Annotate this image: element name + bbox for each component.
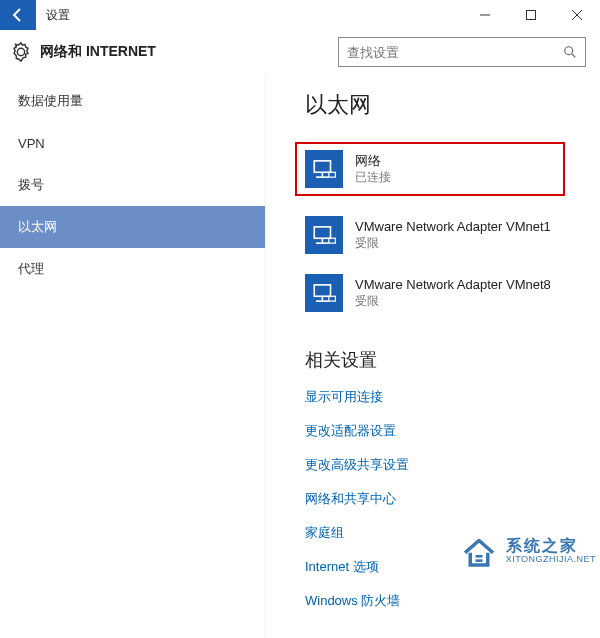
minimize-icon [480,10,490,20]
related-links: 显示可用连接 更改适配器设置 更改高级共享设置 网络和共享中心 家庭组 Inte… [305,388,600,610]
minimize-button[interactable] [462,0,508,30]
svg-rect-6 [314,161,330,172]
header: 网络和 INTERNET [0,30,600,74]
sidebar-item-proxy[interactable]: 代理 [0,248,265,290]
connection-list: 网络 已连接 VMware Network Adapter VMnet1 受限 [305,142,600,312]
gear-icon [10,41,32,63]
connection-item-network[interactable]: 网络 已连接 [295,142,565,196]
search-box[interactable] [338,37,586,67]
connection-status: 受限 [355,236,551,252]
maximize-button[interactable] [508,0,554,30]
watermark: 系统之家 XITONGZHIJIA.NET [458,530,596,572]
svg-line-5 [572,54,576,58]
close-icon [572,10,582,20]
watermark-title: 系统之家 [506,537,596,555]
back-arrow-icon [10,7,26,23]
connection-item-vmnet1[interactable]: VMware Network Adapter VMnet1 受限 [305,216,555,254]
watermark-url: XITONGZHIJIA.NET [506,555,596,565]
sidebar-item-data-usage[interactable]: 数据使用量 [0,80,265,122]
sidebar-item-label: 代理 [18,260,44,278]
maximize-icon [526,10,536,20]
svg-rect-1 [527,11,536,20]
svg-point-4 [565,47,573,55]
related-settings-title: 相关设置 [305,348,600,372]
link-show-connections[interactable]: 显示可用连接 [305,388,600,406]
ethernet-icon [305,150,343,188]
search-icon [563,45,577,59]
page-category-title: 网络和 INTERNET [40,43,156,61]
connection-status: 受限 [355,294,551,310]
svg-rect-10 [314,227,330,238]
back-button[interactable] [0,0,36,30]
sidebar: 数据使用量 VPN 拨号 以太网 代理 [0,74,265,638]
sidebar-item-ethernet[interactable]: 以太网 [0,206,265,248]
connection-name: 网络 [355,153,391,170]
link-windows-firewall[interactable]: Windows 防火墙 [305,592,600,610]
content-pane: 以太网 网络 已连接 VMware Network Adapter VMnet1… [265,74,600,638]
search-input[interactable] [347,45,563,60]
sidebar-item-label: 以太网 [18,218,57,236]
connection-status: 已连接 [355,170,391,186]
titlebar: 设置 [0,0,600,30]
sidebar-item-label: VPN [18,136,45,151]
svg-rect-14 [314,285,330,296]
ethernet-icon [305,216,343,254]
sidebar-item-label: 数据使用量 [18,92,83,110]
connection-name: VMware Network Adapter VMnet8 [355,277,551,294]
close-button[interactable] [554,0,600,30]
link-advanced-sharing[interactable]: 更改高级共享设置 [305,456,600,474]
connection-name: VMware Network Adapter VMnet1 [355,219,551,236]
ethernet-icon [305,274,343,312]
sidebar-item-dialup[interactable]: 拨号 [0,164,265,206]
connection-item-vmnet8[interactable]: VMware Network Adapter VMnet8 受限 [305,274,555,312]
sidebar-item-label: 拨号 [18,176,44,194]
page-title: 以太网 [305,90,600,120]
watermark-house-icon [458,530,500,572]
link-adapter-settings[interactable]: 更改适配器设置 [305,422,600,440]
sidebar-item-vpn[interactable]: VPN [0,122,265,164]
window-title: 设置 [36,0,80,30]
link-network-sharing-center[interactable]: 网络和共享中心 [305,490,600,508]
